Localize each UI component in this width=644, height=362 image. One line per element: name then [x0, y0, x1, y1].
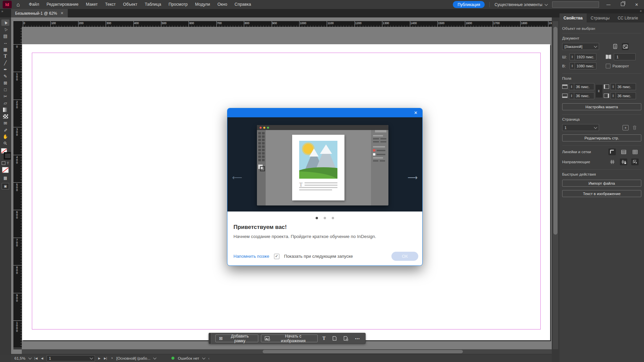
- menu-item[interactable]: Таблица: [141, 0, 165, 9]
- show-on-startup-checkbox[interactable]: ✓: [274, 254, 279, 259]
- margin-outer-field[interactable]: ▲▼ 36 пикс.: [610, 92, 636, 99]
- page-select[interactable]: 1: [562, 124, 599, 131]
- page-tool[interactable]: ▤: [1, 33, 9, 39]
- scissors-tool[interactable]: ✂: [1, 93, 9, 100]
- horizontal-scrollbar-thumb[interactable]: [263, 350, 463, 353]
- indesign-logo-icon[interactable]: Id: [3, 1, 12, 8]
- workspace-switcher[interactable]: Существенные элементы: [494, 2, 547, 7]
- free-transform-tool[interactable]: ▱: [1, 100, 9, 106]
- menu-item[interactable]: Файл: [25, 0, 43, 9]
- menu-item[interactable]: Просмотр: [165, 0, 191, 9]
- margin-inner-field[interactable]: ▲▼ 36 пикс.: [610, 83, 636, 90]
- apply-gradient-icon[interactable]: ▩: [3, 176, 7, 180]
- dock-collapse-icon[interactable]: »: [1, 9, 3, 13]
- zoom-level[interactable]: 61,5%: [14, 356, 25, 360]
- margin-top-field[interactable]: ▲▼ 36 пикс.: [569, 83, 594, 90]
- page-number-field[interactable]: 1: [47, 355, 95, 361]
- type-tool[interactable]: T: [1, 53, 9, 59]
- rectangle-tool[interactable]: □: [1, 86, 9, 93]
- add-text-button[interactable]: T: [320, 336, 327, 341]
- horizontal-scrollbar[interactable]: [22, 349, 552, 354]
- carousel-dot-1[interactable]: [316, 217, 318, 219]
- portrait-orientation-button[interactable]: [612, 43, 619, 50]
- new-page-icon[interactable]: [330, 336, 339, 341]
- margin-outer-stepper[interactable]: ▲▼: [611, 93, 616, 99]
- import-file-button[interactable]: Импорт файла: [562, 180, 641, 187]
- menu-item[interactable]: Модули: [192, 0, 214, 9]
- restore-button[interactable]: [618, 2, 627, 7]
- smart-guides-button[interactable]: [631, 159, 639, 165]
- pages-count-field[interactable]: 1: [614, 53, 636, 60]
- vertical-scrollbar[interactable]: [553, 21, 558, 349]
- margin-top-stepper[interactable]: ▲▼: [569, 83, 574, 90]
- last-page-button[interactable]: ▶|: [104, 357, 107, 360]
- stroke-swatch[interactable]: [4, 152, 12, 160]
- home-icon[interactable]: ⌂: [14, 2, 22, 8]
- frame-tool[interactable]: ⊠: [1, 80, 9, 86]
- edit-page-button[interactable]: Редактировать стр.: [562, 134, 641, 141]
- apply-none-button[interactable]: [2, 167, 9, 173]
- first-page-button[interactable]: |◀: [35, 357, 38, 360]
- fill-stroke-swatches[interactable]: [1, 148, 10, 160]
- width-stepper[interactable]: ▲▼: [570, 54, 575, 60]
- master-page-selector[interactable]: [Основной] (рабо...: [116, 356, 151, 360]
- carousel-dot-2[interactable]: [324, 217, 326, 219]
- height-stepper[interactable]: ▲▼: [570, 63, 575, 69]
- dialog-close-icon[interactable]: ✕: [413, 110, 419, 115]
- direct-selection-tool[interactable]: ▷: [1, 26, 9, 33]
- layout-adjust-button[interactable]: Настройка макета: [562, 103, 641, 110]
- more-options-button[interactable]: •••: [353, 337, 362, 341]
- gradient-swatch-tool[interactable]: [1, 107, 9, 113]
- page-size-preset-select[interactable]: [Заказной]: [562, 43, 599, 50]
- tab-close-icon[interactable]: ✕: [60, 11, 63, 15]
- menu-item[interactable]: Макет: [82, 0, 101, 9]
- add-page-button[interactable]: +: [623, 125, 629, 130]
- publish-button[interactable]: Публикация: [453, 1, 485, 8]
- link-margins-toggle[interactable]: ∞: [596, 85, 602, 98]
- add-frame-button[interactable]: ⊠ Добавить рамку: [215, 335, 258, 342]
- collapse-status-icon[interactable]: ‹: [208, 356, 210, 360]
- ok-button[interactable]: ОК: [391, 252, 418, 261]
- menu-item[interactable]: Окно: [214, 0, 231, 9]
- margin-inner-stepper[interactable]: ▲▼: [611, 83, 616, 90]
- hand-tool[interactable]: ✋: [1, 133, 9, 140]
- delete-page-icon[interactable]: [633, 125, 637, 130]
- height-field[interactable]: ▲▼ 1080 пикс.: [570, 62, 596, 69]
- show-rulers-button[interactable]: [608, 148, 616, 155]
- show-guides-button[interactable]: [608, 159, 616, 165]
- eyedropper-tool[interactable]: ✐: [1, 127, 9, 133]
- menu-item[interactable]: Объект: [119, 0, 141, 9]
- start-with-image-button[interactable]: Начать с изображения: [261, 335, 318, 342]
- add-page-button[interactable]: [341, 336, 351, 341]
- margin-bottom-field[interactable]: ▲▼ 36 пикс.: [569, 92, 594, 99]
- carousel-previous-icon[interactable]: ⟵: [232, 174, 242, 182]
- panel-tab[interactable]: Страницы: [587, 13, 613, 22]
- carousel-dot-3[interactable]: [332, 217, 334, 219]
- minimize-button[interactable]: —: [604, 2, 613, 7]
- document-grid-button[interactable]: [631, 148, 639, 155]
- vertical-scrollbar-thumb[interactable]: [553, 27, 557, 235]
- formatting-affects-toggle[interactable]: T: [2, 161, 9, 165]
- zoom-tool[interactable]: ⚲: [1, 140, 9, 146]
- toolbar-grip[interactable]: [209, 333, 211, 344]
- margin-bottom-stepper[interactable]: ▲▼: [569, 93, 574, 99]
- panel-tab[interactable]: CC Librarie: [613, 13, 642, 22]
- facing-pages-checkbox[interactable]: [606, 64, 610, 68]
- search-input[interactable]: [552, 1, 599, 8]
- document-tab[interactable]: Безымянный-1 @ 62% ✕: [11, 9, 68, 17]
- close-button[interactable]: ✕: [632, 2, 641, 7]
- next-page-button[interactable]: ▶: [98, 357, 101, 360]
- preflight-status[interactable]: Ошибок нет: [178, 356, 199, 360]
- pencil-tool[interactable]: ✎: [1, 73, 9, 79]
- remind-later-link[interactable]: Напомнить позже: [233, 254, 269, 259]
- content-collector-tool[interactable]: ▦: [1, 46, 9, 53]
- gap-tool[interactable]: ↔: [1, 40, 9, 46]
- pen-tool[interactable]: ✒: [1, 66, 9, 73]
- preflight-icon[interactable]: ◔: [110, 356, 113, 361]
- landscape-orientation-button[interactable]: [622, 43, 629, 50]
- carousel-next-icon[interactable]: ⟶: [408, 174, 418, 182]
- gradient-feather-tool[interactable]: [1, 113, 9, 120]
- menu-item[interactable]: Редактирование: [43, 0, 82, 9]
- screen-mode-button[interactable]: ▣: [2, 183, 9, 189]
- panel-tab[interactable]: Свойства: [559, 13, 587, 22]
